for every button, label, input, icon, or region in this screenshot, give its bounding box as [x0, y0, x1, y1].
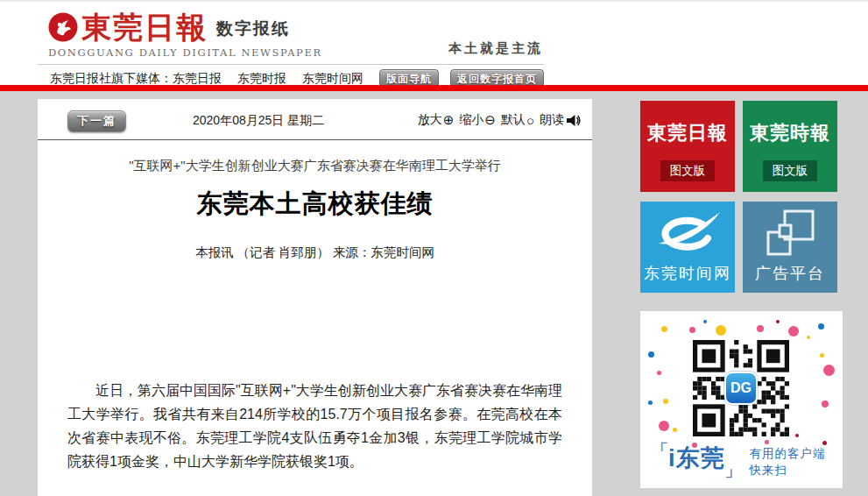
zoom-in-control[interactable]: 放大⊕	[418, 112, 455, 128]
tile-badge: 图文版	[763, 160, 818, 181]
tile-dongguan-times-epaper[interactable]: 東莞時報 图文版	[743, 101, 837, 192]
tile-title: 東莞時報	[743, 120, 837, 146]
masthead-logo[interactable]: 東莞日報 数字报纸 DONGGUANG DAILY DIGITAL NEWSPA…	[48, 12, 322, 59]
dongguan-daily-emblem-icon	[48, 12, 78, 42]
nav-link-timedg[interactable]: 东莞时间网	[302, 71, 363, 85]
page: 東莞日報 数字报纸 DONGGUANG DAILY DIGITAL NEWSPA…	[0, 0, 868, 496]
speaker-icon	[566, 114, 581, 127]
article-title: 东莞本土高校获佳绩	[38, 187, 592, 222]
media-nav-prefix: 东莞日报社旗下媒体：	[50, 71, 173, 85]
article-byline: 本报讯 （记者 肖郅朋） 来源：东莞时间网	[38, 244, 592, 261]
bracket-open: 「	[652, 443, 668, 459]
site-tagline: 本土就是主流	[448, 40, 543, 57]
tile-label: 东莞时间网	[640, 263, 735, 284]
dg-app-logo: DG	[724, 372, 758, 405]
zoom-in-icon: ⊕	[443, 112, 455, 128]
site-header: 東莞日報 数字报纸 DONGGUANG DAILY DIGITAL NEWSPA…	[0, 0, 868, 85]
nav-link-dongguan-times[interactable]: 东莞时报	[237, 71, 286, 85]
brand-name: 東莞日報	[81, 12, 208, 42]
read-aloud-control[interactable]: 朗读	[540, 112, 581, 128]
zoom-out-icon: ⊖	[484, 112, 496, 128]
overlap-squares-icon	[765, 209, 815, 258]
qr-caption-line1: 有用的客户端	[750, 447, 826, 460]
qr-caption: 「 i东莞 」 有用的客户端 快来扫	[652, 443, 826, 478]
tile-ad-platform[interactable]: 广告平台	[743, 202, 837, 293]
article-toolbar: 下一篇 2020年08月25日 星期二 放大⊕ 缩小⊖ 默认○ 朗读	[38, 99, 592, 140]
header-divider	[38, 64, 544, 65]
reader-controls: 放大⊕ 缩小⊖ 默认○ 朗读	[418, 112, 581, 128]
tile-timedg-site[interactable]: 东莞时间网	[640, 202, 735, 293]
tile-badge: 图文版	[660, 160, 716, 181]
brand-suffix: 数字报纸	[216, 18, 290, 42]
app-qr-card: DG 「 i东莞 」 有用的客户端 快来扫	[640, 311, 843, 488]
zoom-out-control[interactable]: 缩小⊖	[459, 112, 496, 128]
qr-caption-lines: 有用的客户端 快来扫	[750, 443, 826, 478]
default-size-icon: ○	[526, 113, 534, 128]
qr-caption-line2: 快来扫	[750, 464, 788, 477]
nav-link-dongguan-daily[interactable]: 东莞日报	[173, 71, 222, 85]
tile-label: 广告平台	[743, 263, 837, 284]
brand-subtitle-en: DONGGUANG DAILY DIGITAL NEWSPAPER	[48, 46, 322, 59]
bracket-close: 」	[725, 462, 742, 478]
article-kicker: "互联网+"大学生创新创业大赛广东省赛决赛在华南理工大学举行	[38, 158, 592, 174]
article-panel: 下一篇 2020年08月25日 星期二 放大⊕ 缩小⊖ 默认○ 朗读 "互联网+…	[38, 99, 592, 496]
app-name: i东莞	[668, 443, 725, 478]
swoosh-logo-icon	[653, 209, 722, 258]
default-size-control[interactable]: 默认○	[501, 112, 534, 128]
tile-title: 東莞日報	[640, 120, 735, 146]
publish-date: 2020年08月25日 星期二	[193, 113, 324, 129]
article-body: 近日，第六届中国国际"互联网+"大学生创新创业大赛广东省赛决赛在华南理工大学举行…	[67, 379, 562, 473]
tile-dongguan-daily-epaper[interactable]: 東莞日報 图文版	[640, 101, 735, 192]
next-article-button[interactable]: 下一篇	[67, 110, 126, 132]
red-divider-bar	[0, 85, 868, 91]
